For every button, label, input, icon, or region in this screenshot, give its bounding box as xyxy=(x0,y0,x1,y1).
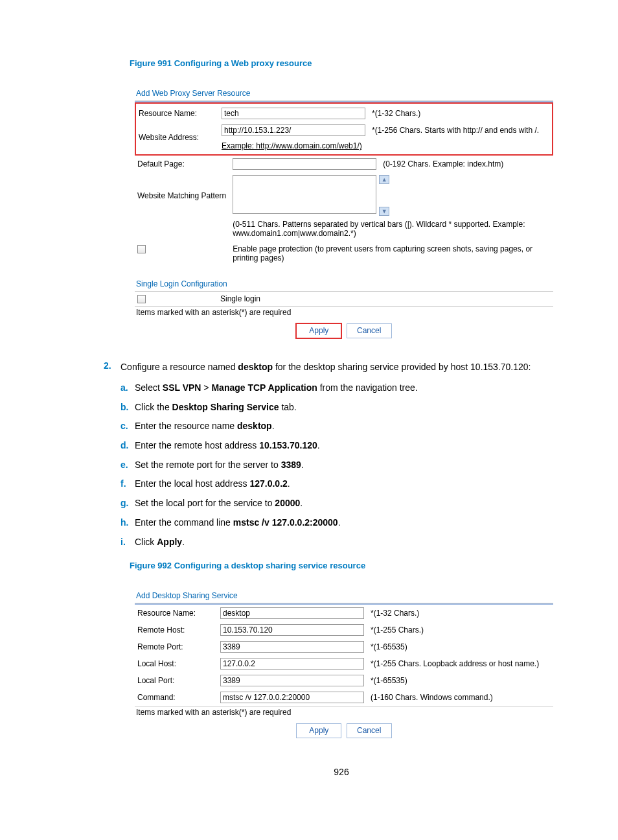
f2-local-port-label: Local Port: xyxy=(135,672,218,689)
f2-local-port-hint: *(1-65535) xyxy=(368,672,553,689)
page-number: 926 xyxy=(130,767,553,777)
f2-resource-name-hint: *(1-32 Chars.) xyxy=(368,605,553,622)
panel-head-webproxy: Add Web Proxy Server Resource xyxy=(135,86,553,101)
website-address-example: Example: http://www.domain.com/web1/) xyxy=(219,139,552,153)
figure-991-title: Figure 991 Configuring a Web proxy resou… xyxy=(130,58,553,68)
resource-name-hint: *(1-32 Chars.) xyxy=(369,105,552,122)
highlight-box: Resource Name: *(1-32 Chars.) Website Ad… xyxy=(135,102,553,156)
figure-992-panel: Add Desktop Sharing Service Resource Nam… xyxy=(135,589,553,741)
apply-button-2[interactable]: Apply xyxy=(296,723,341,738)
resource-name-label: Resource Name: xyxy=(136,105,219,122)
f2-command-hint: (1-160 Chars. Windows command.) xyxy=(368,689,553,706)
pattern-hint: (0-511 Chars. Patterns separated by vert… xyxy=(230,218,553,242)
f2-local-port-input[interactable] xyxy=(220,675,364,686)
apply-button-1[interactable]: Apply xyxy=(296,323,341,338)
scroll-up-icon[interactable]: ▲ xyxy=(379,175,389,184)
pattern-textarea[interactable] xyxy=(233,175,376,214)
figure-991-panel: Add Web Proxy Server Resource Resource N… xyxy=(135,86,553,341)
step-intro-pre: Configure a resource named xyxy=(120,362,238,372)
required-note-1: Items marked with an asterisk(*) are req… xyxy=(135,307,553,321)
f2-local-host-hint: *(1-255 Chars. Loopback address or host … xyxy=(368,655,553,672)
pattern-label: Website Matching Pattern xyxy=(135,172,230,218)
default-page-input[interactable] xyxy=(233,158,376,170)
f2-remote-port-label: Remote Port: xyxy=(135,638,218,655)
step-number: 2. xyxy=(104,360,120,558)
website-address-label: Website Address: xyxy=(136,122,219,153)
cancel-button-1[interactable]: Cancel xyxy=(347,323,392,338)
f2-command-label: Command: xyxy=(135,689,218,706)
resource-name-input[interactable] xyxy=(222,108,365,119)
website-address-hint: *(1-256 Chars. Starts with http:// and e… xyxy=(369,122,552,139)
single-login-checkbox[interactable] xyxy=(137,295,146,303)
protection-checkbox[interactable] xyxy=(137,245,146,253)
website-address-input[interactable] xyxy=(222,124,365,136)
f2-resource-name-input[interactable] xyxy=(220,607,364,619)
f2-remote-host-input[interactable] xyxy=(220,624,364,636)
panel-head-desktop: Add Desktop Sharing Service xyxy=(135,589,553,603)
f2-command-input[interactable] xyxy=(220,692,364,703)
cancel-button-2[interactable]: Cancel xyxy=(347,723,392,738)
protection-label: Enable page protection (to prevent users… xyxy=(230,242,553,265)
required-note-2: Items marked with an asterisk(*) are req… xyxy=(135,706,553,721)
default-page-hint: (0-192 Chars. Example: index.htm) xyxy=(380,156,553,172)
f2-remote-host-label: Remote Host: xyxy=(135,622,218,638)
scroll-down-icon[interactable]: ▼ xyxy=(379,207,389,216)
default-page-label: Default Page: xyxy=(135,156,230,172)
f2-local-host-input[interactable] xyxy=(220,658,364,670)
f2-remote-host-hint: *(1-255 Chars.) xyxy=(368,622,553,638)
step-intro-post: for the desktop sharing service provided… xyxy=(273,362,531,372)
single-login-head: Single Login Configuration xyxy=(135,277,553,292)
single-login-label: Single login xyxy=(218,292,553,306)
f2-remote-port-hint: *(1-65535) xyxy=(368,638,553,655)
f2-local-host-label: Local Host: xyxy=(135,655,218,672)
figure-992-title: Figure 992 Configuring a desktop sharing… xyxy=(130,561,553,570)
f2-resource-name-label: Resource Name: xyxy=(135,605,218,622)
f2-remote-port-input[interactable] xyxy=(220,641,364,653)
instructions-block: 2. Configure a resource named desktop fo… xyxy=(104,360,553,558)
step-intro-bold: desktop xyxy=(238,362,273,372)
